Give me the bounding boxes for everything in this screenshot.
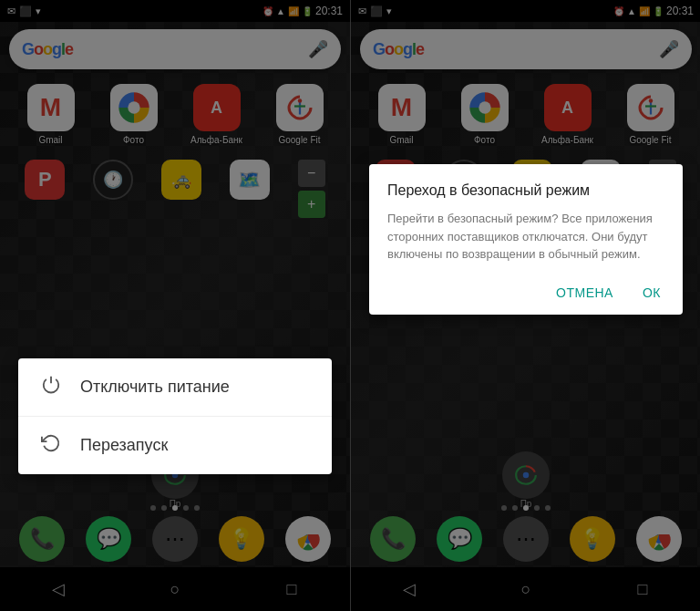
power-icon bbox=[40, 375, 62, 399]
cancel-button[interactable]: ОТМЕНА bbox=[552, 282, 617, 304]
power-menu: Отключить питание Перезапуск bbox=[18, 358, 332, 474]
left-screen: ✉ ⬛ ▾ ⏰ ▲ 📶 🔋 20:31 Google 🎤 M Gmail bbox=[0, 0, 350, 611]
restart-item[interactable]: Перезапуск bbox=[18, 417, 332, 474]
ok-button[interactable]: ОК bbox=[639, 282, 664, 304]
dialog-buttons: ОТМЕНА ОК bbox=[387, 282, 664, 304]
dialog-message: Перейти в безопасный режим? Все приложен… bbox=[387, 210, 664, 264]
power-off-item[interactable]: Отключить питание bbox=[18, 358, 332, 417]
power-off-label: Отключить питание bbox=[80, 378, 230, 397]
restart-icon bbox=[40, 433, 62, 458]
overlay-dim-left bbox=[0, 0, 350, 611]
right-screen: ✉ ⬛ ▾ ⏰ ▲ 📶 🔋 20:31 Google 🎤 M Gmail bbox=[351, 0, 700, 611]
safe-mode-dialog: Переход в безопасный режим Перейти в без… bbox=[369, 164, 683, 315]
dialog-title: Переход в безопасный режим bbox=[387, 182, 664, 199]
restart-label: Перезапуск bbox=[80, 436, 168, 455]
